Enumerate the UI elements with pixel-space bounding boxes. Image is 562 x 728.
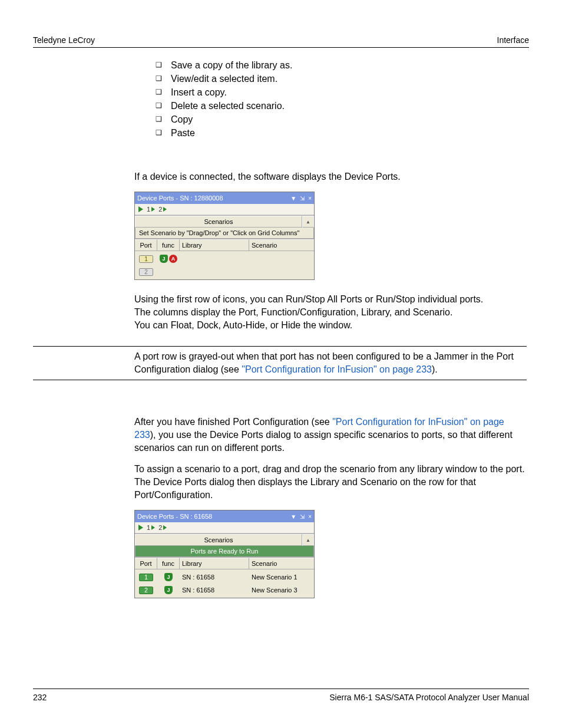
cell-library xyxy=(180,270,249,274)
table-row[interactable]: 2 xyxy=(135,265,314,278)
port-2-label: 2 xyxy=(158,206,162,213)
list-item: Copy xyxy=(156,113,527,126)
ports-grid: Port func Library Scenario 1 J SN : 6165… xyxy=(135,557,314,598)
run-port-1-button[interactable]: 1 xyxy=(147,206,155,213)
device-ports-panel-1: Device Ports - SN : 12880008 ▼ ⇲ × 1 2 S… xyxy=(134,192,315,280)
col-scenario[interactable]: Scenario xyxy=(249,558,314,569)
action-bullet-list: Save a copy of the library as. View/edit… xyxy=(156,58,527,140)
play-icon xyxy=(151,525,155,530)
run-all-button[interactable] xyxy=(138,525,143,531)
page-header: Teledyne LeCroy Interface xyxy=(33,35,529,47)
panel-title: Device Ports - SN : 12880008 xyxy=(137,195,290,202)
scenarios-header: Scenarios xyxy=(135,216,302,228)
close-icon[interactable]: × xyxy=(308,513,312,520)
manual-title: Sierra M6-1 SAS/SATA Protocol Analyzer U… xyxy=(329,693,529,702)
cell-library xyxy=(180,257,249,261)
dropdown-icon[interactable]: ▼ xyxy=(290,195,296,202)
scenarios-header: Scenarios xyxy=(135,534,302,546)
cell-library: SN : 61658 xyxy=(180,572,249,582)
port-config-link[interactable]: "Port Configuration for InFusion" on pag… xyxy=(242,364,432,374)
col-port[interactable]: Port xyxy=(135,239,157,251)
list-item: Paste xyxy=(156,126,527,140)
ports-grid: Port func Library Scenario 1 J A xyxy=(135,239,314,279)
run-port-1-button[interactable]: 1 xyxy=(147,524,155,531)
list-item: Delete a selected scenario. xyxy=(156,99,527,113)
table-row[interactable]: 2 J SN : 61658 New Scenario 3 xyxy=(135,584,314,597)
col-func[interactable]: func xyxy=(157,558,180,569)
panel-toolbar: 1 2 xyxy=(135,204,314,215)
port-badge: 1 xyxy=(139,255,153,263)
col-scenario[interactable]: Scenario xyxy=(249,239,314,251)
panel-titlebar[interactable]: Device Ports - SN : 12880008 ▼ ⇲ × xyxy=(135,192,314,204)
scenarios-instruction: Set Scenario by "Drag/Drop" or "Click on… xyxy=(135,228,314,239)
alert-icon: A xyxy=(169,255,177,263)
dropdown-icon[interactable]: ▼ xyxy=(290,513,296,520)
port-1-label: 1 xyxy=(147,524,150,531)
port-badge: 1 xyxy=(139,574,153,581)
page-number: 232 xyxy=(33,693,47,702)
col-func[interactable]: func xyxy=(157,239,180,251)
play-icon xyxy=(138,525,143,531)
note-text-post: ). xyxy=(432,364,438,374)
close-icon[interactable]: × xyxy=(308,195,312,202)
pin-icon[interactable]: ⇲ xyxy=(300,513,305,520)
device-ports-panel-2: Device Ports - SN : 61658 ▼ ⇲ × 1 2 Scen… xyxy=(134,510,315,598)
cell-library: SN : 61658 xyxy=(180,585,249,595)
assign-paragraph-2: To assign a scenario to a port, drag and… xyxy=(134,463,527,502)
scenarios-ready-banner: Ports are Ready to Run xyxy=(135,546,314,557)
play-icon xyxy=(163,207,167,212)
run-port-2-button[interactable]: 2 xyxy=(158,524,167,531)
list-item: View/edit a selected item. xyxy=(156,72,527,85)
collapse-button[interactable]: ▲ xyxy=(302,534,314,546)
header-rule xyxy=(33,47,529,48)
table-row[interactable]: 1 J A xyxy=(135,252,314,265)
cell-scenario: New Scenario 3 xyxy=(249,585,314,595)
list-item: Insert a copy. xyxy=(156,85,527,99)
run-all-button[interactable] xyxy=(138,206,143,212)
run-port-2-button[interactable]: 2 xyxy=(158,206,167,213)
play-icon xyxy=(151,207,155,212)
collapse-button[interactable]: ▲ xyxy=(302,216,314,228)
play-icon xyxy=(163,525,167,530)
col-port[interactable]: Port xyxy=(135,558,157,569)
list-item: Save a copy of the library as. xyxy=(156,58,527,72)
play-icon xyxy=(138,206,143,212)
table-row[interactable]: 1 J SN : 61658 New Scenario 1 xyxy=(135,571,314,584)
pin-icon[interactable]: ⇲ xyxy=(300,195,305,202)
note-block: A port row is grayed-out when that port … xyxy=(33,346,527,380)
col-library[interactable]: Library xyxy=(180,239,249,251)
intro-paragraph: If a device is connected, the software d… xyxy=(134,170,527,183)
page-footer: 232 Sierra M6-1 SAS/SATA Protocol Analyz… xyxy=(33,689,529,702)
cell-scenario xyxy=(249,270,314,274)
port-badge: 2 xyxy=(139,268,153,276)
panel-toolbar: 1 2 xyxy=(135,522,314,533)
jammer-icon: J xyxy=(160,255,168,263)
jammer-icon: J xyxy=(164,573,173,581)
port-1-label: 1 xyxy=(147,206,150,213)
panel-titlebar[interactable]: Device Ports - SN : 61658 ▼ ⇲ × xyxy=(135,510,314,522)
col-library[interactable]: Library xyxy=(180,558,249,569)
assign-paragraph-1: After you have finished Port Configurati… xyxy=(134,416,527,454)
cell-scenario: New Scenario 1 xyxy=(249,572,314,582)
port-2-label: 2 xyxy=(158,524,162,531)
header-left: Teledyne LeCroy xyxy=(33,35,95,45)
cell-scenario xyxy=(249,257,314,261)
panel1-description: Using the first row of icons, you can Ru… xyxy=(134,293,527,332)
header-right: Interface xyxy=(497,35,529,45)
jammer-icon: J xyxy=(164,586,173,594)
panel-title: Device Ports - SN : 61658 xyxy=(137,513,290,520)
port-badge: 2 xyxy=(139,587,153,594)
